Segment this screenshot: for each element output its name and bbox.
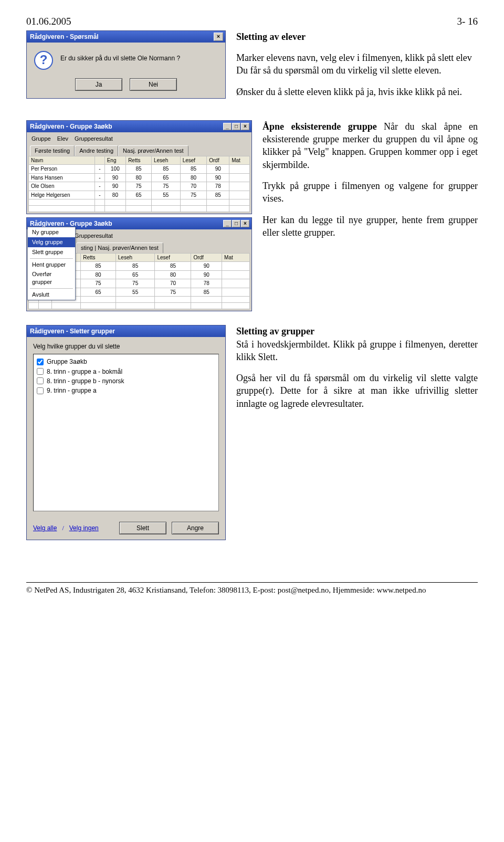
cell-value: 90	[104, 173, 125, 182]
dialog-title: Rådgiveren - Spørsmål	[30, 33, 214, 41]
cell-value: 55	[116, 288, 155, 297]
cell-value: 80	[81, 270, 116, 279]
no-button[interactable]: Nei	[130, 78, 177, 91]
cell-value: 75	[126, 182, 152, 191]
cell-value: 75	[116, 279, 155, 288]
cell-value: 90	[191, 262, 222, 271]
cell-name: Helge Helgersen	[29, 191, 95, 199]
cell-name: Per Person	[29, 165, 95, 174]
menu-item[interactable]: Grupperesultat	[75, 232, 113, 240]
cell-value: 78	[191, 279, 222, 288]
cell-value	[222, 270, 250, 279]
checklist-item[interactable]: 9. trinn - gruppe a	[37, 386, 215, 395]
cell-value	[229, 165, 250, 174]
checklist-item[interactable]: 8. trinn - gruppe b - nynorsk	[37, 377, 215, 385]
cell-value	[229, 182, 250, 191]
tab[interactable]: Andre testing	[75, 145, 118, 156]
select-none-link[interactable]: Velg ingen	[69, 524, 99, 532]
menu-item[interactable]: Elev	[57, 135, 68, 143]
undo-button[interactable]: Angre	[172, 522, 219, 534]
section-text: Også her vil du få spørsmål om du virkel…	[236, 372, 478, 410]
page-footer: © NetPed AS, Industrigaten 28, 4632 Kris…	[26, 582, 478, 595]
column-header: Ordf	[191, 253, 222, 262]
table-row[interactable]: Hans Hansen-9080658090	[29, 173, 250, 182]
menu-popup-item[interactable]: Velg gruppe	[28, 237, 75, 247]
tab[interactable]: Nasj. prøver/Annen test	[118, 145, 188, 156]
section-text: Stå i hovedskjermbildet. Klikk på gruppe…	[236, 338, 478, 364]
cell-value: 90	[207, 173, 229, 182]
cell-value: 75	[180, 191, 207, 199]
menu-popup-item[interactable]: Slett gruppe	[28, 247, 75, 257]
section-text: Marker elevens navn, velg elev i filmeny…	[236, 51, 478, 64]
checklist-item[interactable]: Gruppe 3aøkb	[37, 357, 215, 366]
cell-value: 70	[180, 182, 207, 191]
column-header: Leseh	[151, 156, 180, 165]
cell-value: 85	[155, 262, 191, 271]
cell-value: 85	[81, 262, 116, 271]
section-title: Sletting av grupper	[236, 326, 314, 336]
cell-value: -	[95, 191, 105, 199]
close-icon[interactable]: ×	[214, 33, 223, 41]
cell-value: 90	[191, 270, 222, 279]
cell-value: 85	[116, 262, 155, 271]
menu-popup-item[interactable]: Overfør grupper	[28, 269, 75, 287]
question-icon: ?	[34, 51, 53, 70]
column-header: Navn	[29, 156, 95, 165]
checkbox[interactable]	[37, 387, 44, 394]
checklist-item[interactable]: 8. trinn - gruppe a - bokmål	[37, 367, 215, 376]
section-open-group: Åpne eksisterende gruppe Når du skal åpn…	[262, 120, 478, 247]
group-checklist: Gruppe 3aøkb8. trinn - gruppe a - bokmål…	[33, 354, 219, 511]
delete-button[interactable]: Slett	[119, 522, 166, 534]
cell-name: Hans Hansen	[29, 173, 95, 182]
column-header: Lesef	[180, 156, 207, 165]
page-header: 01.06.2005 3- 16	[26, 15, 478, 28]
menu-popup-item[interactable]: Avslutt	[28, 290, 75, 300]
minimize-icon[interactable]: _	[223, 220, 232, 227]
checkbox[interactable]	[37, 377, 44, 384]
delete-groups-dialog: Rådigveren - Sletter grupper Velg hvilke…	[26, 325, 226, 540]
cell-value: 100	[104, 165, 125, 174]
column-header	[95, 156, 105, 165]
section-title: Sletting av elever	[236, 31, 306, 42]
checklist-label: 8. trinn - gruppe a - bokmål	[47, 367, 122, 376]
dialog-title: Rådigveren - Sletter grupper	[30, 327, 223, 335]
table-row[interactable]: Per Person-10085858590	[29, 165, 250, 174]
cell-value: -	[95, 173, 105, 182]
menu-popup-item[interactable]: Ny gruppe	[28, 227, 75, 237]
table-row	[29, 206, 250, 212]
checklist-label: 8. trinn - gruppe b - nynorsk	[47, 377, 124, 385]
select-all-link[interactable]: Velg alle	[33, 524, 57, 532]
dialog-message: Er du sikker på du vil slette Ole Norman…	[60, 51, 218, 70]
cell-value: 85	[126, 165, 152, 174]
maximize-icon[interactable]: □	[232, 220, 240, 227]
cell-value: -	[95, 165, 105, 174]
menu-popup-item[interactable]: Hent grupper	[28, 260, 75, 270]
section-text: Ønsker du å slette eleven klikk på ja, h…	[236, 86, 478, 98]
maximize-icon[interactable]: □	[232, 123, 240, 130]
menu-item[interactable]: Gruppe	[32, 135, 51, 143]
cell-value	[229, 173, 250, 182]
results-table: NavnEngRettsLesehLesefOrdfMat Per Person…	[28, 156, 250, 213]
cell-value: 65	[116, 270, 155, 279]
table-row[interactable]: Ole Olsen-9075757078	[29, 182, 250, 191]
yes-button[interactable]: Ja	[75, 78, 122, 91]
checkbox[interactable]	[37, 359, 44, 365]
cell-value: 90	[104, 182, 125, 191]
minimize-icon[interactable]: _	[223, 123, 232, 130]
cell-value: 85	[191, 288, 222, 297]
close-icon[interactable]: ×	[241, 220, 249, 227]
dialog-label: Velg hvilke grupper du vil slette	[33, 342, 219, 351]
section-text: Her kan du legge til nye grupper, hente …	[262, 214, 478, 239]
header-date: 01.06.2005	[26, 15, 71, 28]
cell-value: 65	[151, 173, 180, 182]
table-row[interactable]: Helge Helgersen-8065557585	[29, 191, 250, 199]
menu-item[interactable]: Grupperesultat	[75, 135, 113, 143]
close-icon[interactable]: ×	[241, 123, 249, 130]
cell-value: 70	[155, 279, 191, 288]
tab[interactable]: Første testing	[30, 145, 75, 156]
checkbox[interactable]	[37, 368, 44, 375]
column-header: Eng	[104, 156, 125, 165]
cell-value: 80	[126, 173, 152, 182]
cell-value	[222, 288, 250, 297]
tab[interactable]: sting | Nasj. prøver/Annen test	[76, 243, 163, 253]
